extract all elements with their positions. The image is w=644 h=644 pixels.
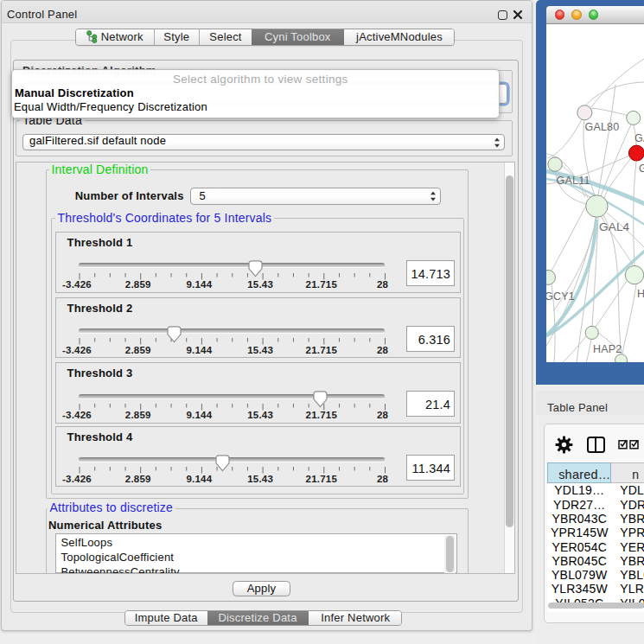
svg-text:GAL11: GAL11: [556, 174, 590, 186]
svg-text:GA: GA: [634, 131, 644, 143]
svg-text:GAL4: GAL4: [599, 220, 630, 233]
svg-text:H: H: [637, 287, 644, 299]
svg-text:GCY1: GCY1: [546, 290, 575, 302]
svg-text:HAP2: HAP2: [593, 343, 622, 355]
svg-text:GAL80: GAL80: [584, 121, 619, 133]
svg-text:G: G: [639, 163, 644, 175]
